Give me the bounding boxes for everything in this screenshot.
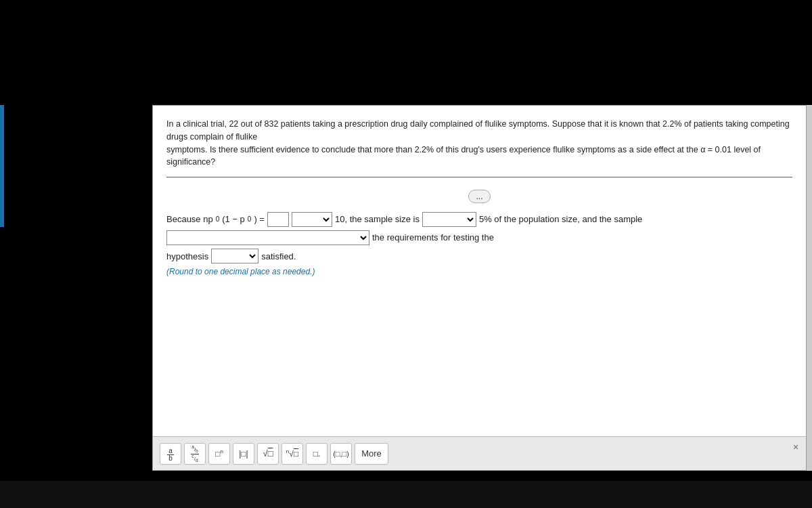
hypothesis-line-2: hypothesis are are not satisfied. — [166, 249, 792, 264]
problem-line2: symptoms. Is there sufficient evidence t… — [166, 145, 761, 167]
problem-text: In a clinical trial, 22 out of 832 patie… — [166, 118, 792, 177]
subscript-0-p: 0 — [248, 213, 252, 226]
toolbar-close-button[interactable]: × — [790, 441, 802, 453]
percent-text: 5% of the population size, and the sampl… — [479, 211, 642, 227]
sample-condition-dropdown[interactable]: size is large enough does not satisfy al… — [166, 230, 369, 245]
req-text: the requirements for testing the — [372, 230, 494, 245]
hypothesis-satisfied-dropdown[interactable]: are are not — [211, 249, 258, 263]
close-icon: × — [793, 442, 798, 452]
subscript-0-np: 0 — [216, 213, 220, 226]
hypothesis-line: Because np0(1 − p0) = ≥ ≤ > < = 10, the … — [166, 211, 792, 246]
superscript-icon: □n — [215, 448, 223, 459]
satisfied-text: satisfied. — [261, 249, 296, 264]
top-black-bar — [0, 0, 812, 105]
decimal-button[interactable]: □. — [306, 443, 328, 465]
right-scrollbar[interactable] — [807, 105, 812, 471]
problem-line1: In a clinical trial, 22 out of 832 patie… — [166, 119, 790, 142]
nth-root-icon: n√□ — [286, 448, 298, 459]
interval-button[interactable]: (□,□) — [330, 443, 352, 465]
superscript-button[interactable]: □n — [208, 443, 230, 465]
np0-value-input[interactable] — [267, 212, 289, 227]
ellipsis-row: ... — [166, 190, 792, 203]
round-note: (Round to one decimal place as needed.) — [166, 267, 792, 276]
more-label: More — [361, 448, 382, 459]
complex-fraction-button[interactable]: a/b c/d — [184, 443, 206, 465]
paren-open: (1 − p — [222, 211, 245, 227]
math-toolbar: a b a/b c/d □n |□| √□ n√□ — [153, 436, 806, 470]
absolute-value-button[interactable]: |□| — [233, 443, 254, 465]
hypothesis-label: hypothesis — [166, 249, 208, 264]
paren-close-eq: ) = — [254, 211, 265, 227]
sqrt-icon: √□ — [263, 448, 273, 459]
fraction-icon: a b — [167, 446, 174, 462]
content-area: In a clinical trial, 22 out of 832 patie… — [153, 106, 806, 436]
bottom-black-bar — [0, 481, 812, 508]
main-content-panel: In a clinical trial, 22 out of 832 patie… — [152, 105, 807, 471]
interval-icon: (□,□) — [333, 450, 349, 458]
ellipsis-button[interactable]: ... — [468, 190, 490, 203]
sample-size-dropdown[interactable]: less than greater than — [422, 212, 476, 227]
left-accent-bar — [0, 105, 4, 227]
nth-root-button[interactable]: n√□ — [281, 443, 303, 465]
comparison-dropdown-1[interactable]: ≥ ≤ > < = — [292, 212, 332, 227]
decimal-icon: □. — [313, 449, 321, 459]
sqrt-button[interactable]: √□ — [257, 443, 279, 465]
because-text: Because np — [166, 211, 213, 227]
fraction-button[interactable]: a b — [160, 443, 181, 465]
complex-fraction-icon: a/b c/d — [191, 444, 199, 463]
absolute-value-icon: |□| — [239, 449, 248, 459]
ten-text: 10, the sample size is — [335, 211, 420, 227]
more-button[interactable]: More — [355, 443, 388, 465]
